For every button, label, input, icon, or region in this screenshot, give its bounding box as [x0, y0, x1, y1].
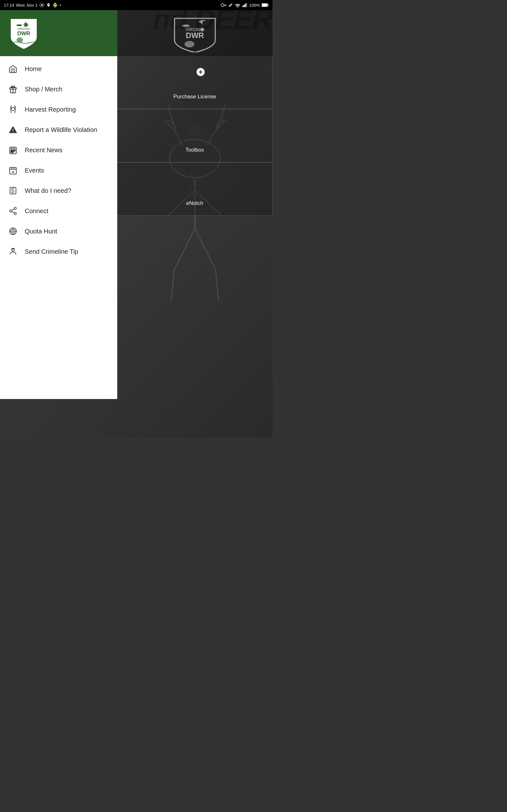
time: 17:14: [4, 3, 14, 8]
svg-point-51: [13, 231, 13, 232]
home-icon: [8, 63, 18, 74]
sidebar-item-connect-label: Connect: [25, 207, 49, 215]
dwr-logo-right: DWR VIRGINIA: [170, 14, 220, 52]
sidebar-header: DWR VIRGINIA: [0, 10, 117, 56]
warning-icon: [8, 124, 18, 135]
svg-line-48: [12, 209, 14, 211]
gift-icon: [8, 84, 18, 95]
checklist-icon: [8, 185, 18, 196]
content-area: DWR VIRGINIA: [117, 10, 273, 399]
status-left: 17:14 Wed, Nov 1 •: [4, 3, 61, 8]
license-icon: [182, 65, 208, 90]
calendar-grid-icon: [8, 145, 18, 155]
person-badge-icon: [8, 246, 18, 257]
svg-line-76: [196, 192, 197, 195]
tile-enotch[interactable]: eNotch: [117, 163, 273, 216]
svg-rect-12: [262, 4, 267, 6]
svg-point-61: [184, 41, 194, 48]
status-bar: 17:14 Wed, Nov 1 •: [0, 0, 273, 10]
sidebar-item-harvest[interactable]: Harvest Reporting: [0, 99, 117, 119]
sidebar-item-quota-label: Quota Hunt: [25, 228, 57, 235]
svg-point-44: [14, 207, 16, 209]
svg-point-46: [14, 212, 16, 215]
svg-point-70: [189, 132, 191, 134]
content-header: DWR VIRGINIA: [117, 10, 273, 56]
svg-point-72: [190, 185, 200, 192]
toolbox-icon: [182, 118, 208, 144]
date: Wed, Nov 1: [16, 3, 38, 8]
svg-text:DWR: DWR: [186, 31, 204, 40]
calendar-star-icon: [8, 165, 18, 176]
svg-rect-36: [12, 152, 14, 153]
target-icon: [8, 226, 18, 237]
sidebar-item-harvest-label: Harvest Reporting: [25, 106, 76, 113]
svg-rect-33: [12, 150, 14, 151]
app-container: 17:14 Wed, Nov 1 •: [0, 0, 273, 438]
key-icon: [221, 3, 227, 7]
sidebar-item-home[interactable]: Home: [0, 59, 117, 79]
svg-rect-7: [243, 5, 244, 7]
sidebar-item-news[interactable]: Recent News: [0, 140, 117, 160]
sidebar-item-whatneed-label: What do I need?: [25, 187, 71, 194]
svg-line-74: [191, 191, 192, 195]
sidebar-item-home-label: Home: [25, 65, 42, 72]
sidebar: DWR VIRGINIA: [0, 10, 117, 399]
sidebar-item-crimeline[interactable]: Send Crimeline Tip: [0, 241, 117, 262]
android-icon: [53, 3, 58, 8]
battery-percentage: 100%: [249, 3, 260, 8]
sidebar-item-whatneed[interactable]: What do I need?: [0, 181, 117, 201]
virginia-dwr-logo: DWR VIRGINIA: [6, 16, 41, 51]
sidebar-item-connect[interactable]: Connect: [0, 201, 117, 221]
tile-purchase-license-label: Purchase License: [173, 94, 216, 100]
svg-rect-9: [245, 3, 246, 7]
svg-text:VIRGINIA: VIRGINIA: [17, 27, 31, 31]
svg-rect-5: [224, 5, 225, 6]
svg-rect-6: [242, 6, 243, 7]
svg-text:DWR: DWR: [17, 30, 30, 36]
svg-point-45: [10, 210, 12, 212]
deer-outline-icon: [182, 171, 208, 197]
content-body: Purchase License Toolb: [117, 56, 273, 399]
sidebar-nav: Home Shop / Merch: [0, 56, 117, 399]
body-row: nd DEER: [0, 10, 273, 399]
location-icon: [46, 3, 51, 7]
sidebar-item-violation[interactable]: Report a Wildlife Violation: [0, 119, 117, 140]
tile-enotch-label: eNotch: [186, 200, 204, 206]
svg-rect-34: [14, 150, 15, 151]
svg-rect-41: [10, 188, 16, 194]
svg-rect-10: [246, 3, 247, 7]
signal-icon: [242, 3, 247, 7]
svg-line-75: [193, 192, 193, 195]
svg-rect-8: [244, 4, 245, 7]
chrome-icon: [39, 3, 44, 8]
tile-purchase-license[interactable]: Purchase License: [117, 56, 273, 109]
sidebar-item-violation-label: Report a Wildlife Violation: [25, 126, 97, 134]
wifi-icon: [235, 3, 240, 7]
status-right: 100%: [221, 3, 269, 8]
dot-indicator: •: [60, 3, 61, 8]
sidebar-item-news-label: Recent News: [25, 147, 62, 154]
svg-rect-32: [11, 150, 12, 151]
svg-rect-3: [223, 5, 226, 5]
svg-rect-35: [11, 152, 12, 153]
sidebar-item-shop-label: Shop / Merch: [25, 86, 62, 93]
svg-line-47: [12, 212, 14, 213]
sidebar-item-quota[interactable]: Quota Hunt: [0, 221, 117, 241]
tile-toolbox-label: Toolbox: [185, 147, 204, 153]
svg-point-27: [11, 107, 14, 111]
svg-point-58: [13, 248, 13, 249]
sidebar-item-crimeline-label: Send Crimeline Tip: [25, 248, 78, 255]
svg-rect-4: [225, 5, 226, 6]
tile-toolbox[interactable]: Toolbox: [117, 109, 273, 162]
share-icon: [8, 206, 18, 216]
sidebar-item-shop[interactable]: Shop / Merch: [0, 79, 117, 99]
deer-icon: [8, 104, 18, 115]
sidebar-item-events[interactable]: Events: [0, 160, 117, 181]
sidebar-item-events-label: Events: [25, 167, 44, 174]
svg-rect-13: [268, 4, 269, 6]
battery-icon: [262, 3, 269, 7]
svg-line-77: [198, 191, 199, 195]
edit-icon: [228, 3, 233, 7]
